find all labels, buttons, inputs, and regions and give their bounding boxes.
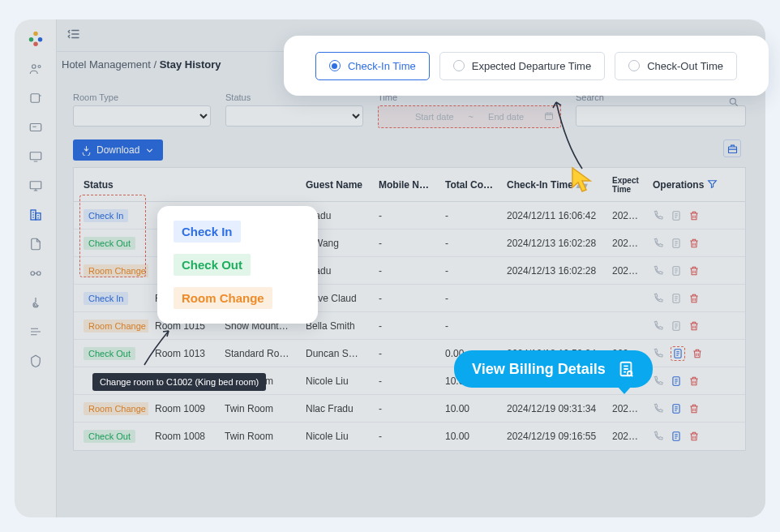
- call-icon[interactable]: [653, 348, 664, 359]
- status-badge: Check In: [84, 209, 128, 222]
- status-legend-popup: Check In Check Out Room Change: [157, 206, 318, 324]
- delete-icon[interactable]: [688, 431, 700, 442]
- call-icon[interactable]: [653, 265, 664, 277]
- room-type-label: Room Type: [73, 92, 211, 102]
- status-badge: Check Out: [84, 430, 135, 443]
- billing-details-icon[interactable]: [671, 320, 682, 332]
- cell-checkin: 2024/12/11 16:06:42: [500, 210, 606, 221]
- col-header-status[interactable]: Status: [74, 179, 148, 191]
- svg-point-5: [38, 66, 41, 68]
- cursor-pointer-icon: [569, 165, 597, 196]
- cell-cost: -: [439, 210, 500, 221]
- time-filter-bar: Check-In Time Expected Departure Time Ch…: [284, 36, 769, 96]
- status-select[interactable]: [225, 105, 363, 127]
- cell-mobile: -: [372, 210, 439, 221]
- billing-details-icon[interactable]: [671, 210, 682, 221]
- svg-rect-7: [30, 124, 41, 131]
- call-icon[interactable]: [653, 403, 664, 414]
- nav-item-3[interactable]: [28, 120, 43, 135]
- nav-item-2[interactable]: [28, 91, 43, 105]
- cell-checkin: 2024/12/13 16:02:28: [500, 265, 606, 277]
- table-header-row: Status Guest Name Mobile Number Total Co…: [74, 168, 745, 202]
- download-button[interactable]: Download: [73, 139, 163, 161]
- nav-item-5[interactable]: [28, 178, 43, 193]
- call-icon[interactable]: [653, 431, 664, 442]
- call-icon[interactable]: [653, 375, 664, 387]
- col-header-departure[interactable]: ExpectTime: [606, 176, 646, 194]
- svg-point-0: [33, 32, 38, 36]
- legend-roomchange: Room Change: [174, 287, 272, 309]
- call-icon[interactable]: [653, 238, 664, 249]
- col-header-operations: Operations: [646, 178, 719, 191]
- cell-room: Room 1013: [148, 348, 218, 359]
- table-settings-button[interactable]: [723, 139, 741, 157]
- search-icon[interactable]: [728, 97, 739, 109]
- view-billing-details-callout[interactable]: View Billing Details: [454, 350, 653, 388]
- filter-bar: Room Type Status Time Start date ~ End d…: [73, 92, 746, 128]
- breadcrumb: Hotel Management / Stay History: [62, 58, 221, 71]
- delete-icon[interactable]: [688, 265, 700, 277]
- delete-icon[interactable]: [688, 320, 700, 332]
- nav-item-7[interactable]: [28, 237, 43, 251]
- nav-item-4[interactable]: [28, 149, 43, 164]
- billing-details-icon[interactable]: [671, 265, 682, 277]
- call-icon[interactable]: [653, 210, 664, 221]
- status-badge: Room Change: [84, 402, 148, 415]
- nav-item-10[interactable]: [28, 324, 43, 339]
- status-badge: Room Change: [84, 264, 148, 277]
- nav-item-9[interactable]: [28, 295, 43, 310]
- delete-icon[interactable]: [688, 210, 700, 221]
- end-date-placeholder: End date: [488, 112, 524, 122]
- billing-details-icon[interactable]: [671, 403, 682, 414]
- cell-cost: -: [439, 238, 500, 249]
- cell-mobile: -: [372, 320, 439, 332]
- table-row[interactable]: Room ChangeRoom 1009Twin RoomNlac Fradu-…: [74, 395, 745, 423]
- nav-item-11[interactable]: [28, 354, 43, 368]
- delete-icon[interactable]: [688, 403, 700, 414]
- calendar-icon: [544, 111, 554, 122]
- col-header-mobile[interactable]: Mobile Number: [372, 179, 439, 191]
- time-option-checkout[interactable]: Check-Out Time: [615, 52, 737, 80]
- search-input[interactable]: [576, 105, 746, 127]
- legend-checkout: Check Out: [174, 254, 251, 276]
- breadcrumb-parent[interactable]: Hotel Management: [62, 58, 151, 71]
- nav-item-hotel-active[interactable]: [28, 208, 43, 222]
- col-header-guest[interactable]: Guest Name: [299, 179, 372, 191]
- time-option-expected-departure[interactable]: Expected Departure Time: [439, 52, 605, 80]
- delete-icon[interactable]: [692, 348, 703, 359]
- delete-icon[interactable]: [688, 238, 700, 249]
- date-range-input[interactable]: Start date ~ End date: [378, 105, 561, 128]
- billing-details-icon[interactable]: [671, 238, 682, 249]
- status-badge: Check Out: [84, 237, 135, 250]
- delete-icon[interactable]: [688, 293, 700, 304]
- call-icon[interactable]: [653, 320, 664, 332]
- time-option-checkin[interactable]: Check-In Time: [315, 52, 430, 80]
- cell-guest: Duncan Smith: [299, 348, 372, 359]
- svg-rect-6: [31, 94, 40, 103]
- delete-icon[interactable]: [688, 375, 700, 387]
- nav-item-8[interactable]: [28, 266, 43, 281]
- filter-icon[interactable]: [707, 178, 718, 191]
- svg-point-16: [730, 98, 735, 104]
- collapse-sidebar-icon[interactable]: [66, 27, 81, 44]
- svg-rect-15: [546, 114, 553, 120]
- table-row[interactable]: Check OutRoom 1008Twin RoomNicole Liu-10…: [74, 423, 745, 450]
- svg-point-4: [32, 65, 36, 69]
- col-header-cost[interactable]: Total Costs▲▼: [439, 179, 500, 191]
- cell-cost: 10.00: [439, 431, 500, 442]
- svg-point-3: [33, 42, 38, 47]
- svg-point-13: [36, 272, 41, 276]
- svg-point-12: [31, 272, 35, 276]
- billing-details-icon[interactable]: [671, 375, 682, 387]
- call-icon[interactable]: [653, 293, 664, 304]
- status-badge: Check In: [84, 292, 128, 305]
- left-nav-rail: [15, 19, 57, 517]
- room-type-select[interactable]: [73, 105, 211, 127]
- nav-item-1[interactable]: [28, 62, 43, 76]
- cell-guest: Nicole Liu: [299, 431, 372, 442]
- billing-details-icon[interactable]: [671, 431, 682, 442]
- billing-details-icon[interactable]: [672, 348, 684, 359]
- radio-icon: [329, 60, 341, 71]
- billing-details-icon[interactable]: [671, 293, 682, 304]
- start-date-placeholder: Start date: [415, 112, 454, 122]
